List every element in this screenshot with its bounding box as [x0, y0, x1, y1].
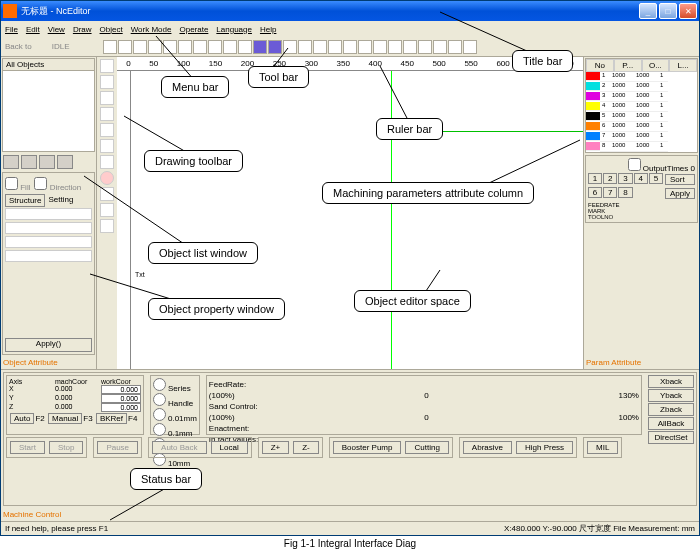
- start-button[interactable]: Start: [10, 441, 45, 454]
- tool-icon[interactable]: [463, 40, 477, 54]
- num-button[interactable]: 3: [618, 173, 632, 184]
- menu-language[interactable]: Language: [216, 25, 252, 34]
- menu-operate[interactable]: Operate: [179, 25, 208, 34]
- menu-view[interactable]: View: [48, 25, 65, 34]
- highpress-button[interactable]: High Press: [516, 441, 573, 454]
- num-button[interactable]: 7: [603, 187, 617, 198]
- menu-help[interactable]: Help: [260, 25, 276, 34]
- menu-workmode[interactable]: Work Mode: [131, 25, 172, 34]
- num-button[interactable]: 2: [603, 173, 617, 184]
- step-radio[interactable]: 0.1mm: [153, 423, 197, 438]
- star-tool-icon[interactable]: [100, 203, 114, 217]
- param-row[interactable]: 6100010001: [586, 122, 697, 132]
- polygon-tool-icon[interactable]: [100, 187, 114, 201]
- bkref-button[interactable]: BKRef: [96, 413, 127, 424]
- curve-tool-icon[interactable]: [100, 91, 114, 105]
- cutting-button[interactable]: Cutting: [405, 441, 448, 454]
- num-button[interactable]: 1: [588, 173, 602, 184]
- num-button[interactable]: 4: [634, 173, 648, 184]
- tool-icon[interactable]: [418, 40, 432, 54]
- pause-button[interactable]: Pause: [97, 441, 138, 454]
- apply-button[interactable]: Apply(): [5, 338, 92, 352]
- output-checkbox[interactable]: [628, 158, 641, 171]
- ellipse-tool-icon[interactable]: [100, 171, 114, 185]
- menu-edit[interactable]: Edit: [26, 25, 40, 34]
- step-radio[interactable]: Series: [153, 378, 197, 393]
- tool-icon[interactable]: [148, 40, 162, 54]
- tool-icon[interactable]: [100, 123, 114, 137]
- step-radio[interactable]: Handle: [153, 393, 197, 408]
- text-tool-icon[interactable]: [100, 219, 114, 233]
- auto-button[interactable]: Auto: [10, 413, 34, 424]
- param-row[interactable]: 1100010001: [586, 72, 697, 82]
- sort-button[interactable]: Sort: [665, 174, 695, 185]
- autoback-button[interactable]: Auto Back: [152, 441, 206, 454]
- zback-button[interactable]: Zback: [648, 403, 694, 416]
- rect-tool-icon[interactable]: [100, 155, 114, 169]
- tab-setting[interactable]: Setting: [45, 194, 76, 207]
- param-row[interactable]: 7100010001: [586, 132, 697, 142]
- param-row[interactable]: 3100010001: [586, 92, 697, 102]
- num-button[interactable]: 6: [588, 187, 602, 198]
- tool-icon[interactable]: [253, 40, 267, 54]
- tool-icon[interactable]: [373, 40, 387, 54]
- fill-checkbox[interactable]: Fill: [5, 177, 30, 192]
- tool-icon[interactable]: [223, 40, 237, 54]
- tool-icon[interactable]: [343, 40, 357, 54]
- object-editor-space[interactable]: Txt: [131, 71, 583, 369]
- nav-first-button[interactable]: [3, 155, 19, 169]
- step-radio[interactable]: 0.01mm: [153, 408, 197, 423]
- workcoor-z[interactable]: 0.000: [101, 403, 141, 412]
- apply-button[interactable]: Apply: [665, 188, 695, 199]
- prop-field[interactable]: [5, 222, 92, 234]
- direction-checkbox[interactable]: Direction: [34, 177, 81, 192]
- menu-file[interactable]: File: [5, 25, 18, 34]
- z-minus-button[interactable]: Z-: [293, 441, 319, 454]
- param-row[interactable]: 5100010001: [586, 112, 697, 122]
- abrasive-button[interactable]: Abrasive: [463, 441, 512, 454]
- object-list-tab[interactable]: All Objects: [3, 59, 94, 71]
- tool-icon[interactable]: [433, 40, 447, 54]
- tool-icon[interactable]: [208, 40, 222, 54]
- tool-icon[interactable]: [100, 107, 114, 121]
- tool-icon[interactable]: [268, 40, 282, 54]
- tool-icon[interactable]: [313, 40, 327, 54]
- line-tool-icon[interactable]: [100, 75, 114, 89]
- param-row[interactable]: 8100010001: [586, 142, 697, 152]
- tool-icon[interactable]: [133, 40, 147, 54]
- tool-icon[interactable]: [163, 40, 177, 54]
- menu-object[interactable]: Object: [100, 25, 123, 34]
- workcoor-y[interactable]: 0.000: [101, 394, 141, 403]
- tool-icon[interactable]: [448, 40, 462, 54]
- tool-icon[interactable]: [178, 40, 192, 54]
- maximize-button[interactable]: □: [659, 3, 677, 19]
- prop-field[interactable]: [5, 250, 92, 262]
- tool-icon[interactable]: [298, 40, 312, 54]
- num-button[interactable]: 8: [618, 187, 632, 198]
- nav-prev-button[interactable]: [21, 155, 37, 169]
- local-button[interactable]: Local: [211, 441, 248, 454]
- prop-field[interactable]: [5, 208, 92, 220]
- param-row[interactable]: 2100010001: [586, 82, 697, 92]
- yback-button[interactable]: Yback: [648, 389, 694, 402]
- param-row[interactable]: 4100010001: [586, 102, 697, 112]
- tool-icon[interactable]: [193, 40, 207, 54]
- tab-structure[interactable]: Structure: [5, 194, 45, 207]
- tool-icon[interactable]: [118, 40, 132, 54]
- xback-button[interactable]: Xback: [648, 375, 694, 388]
- nav-last-button[interactable]: [57, 155, 73, 169]
- stop-button[interactable]: Stop: [49, 441, 83, 454]
- booster-button[interactable]: Booster Pump: [333, 441, 402, 454]
- prop-field[interactable]: [5, 236, 92, 248]
- tool-icon[interactable]: [283, 40, 297, 54]
- tool-icon[interactable]: [100, 139, 114, 153]
- manual-button[interactable]: Manual: [48, 413, 82, 424]
- nav-next-button[interactable]: [39, 155, 55, 169]
- allback-button[interactable]: AllBack: [648, 417, 694, 430]
- menu-draw[interactable]: Draw: [73, 25, 92, 34]
- tool-icon[interactable]: [358, 40, 372, 54]
- tool-icon[interactable]: [103, 40, 117, 54]
- mil-button[interactable]: MIL: [587, 441, 618, 454]
- minimize-button[interactable]: _: [639, 3, 657, 19]
- tool-icon[interactable]: [388, 40, 402, 54]
